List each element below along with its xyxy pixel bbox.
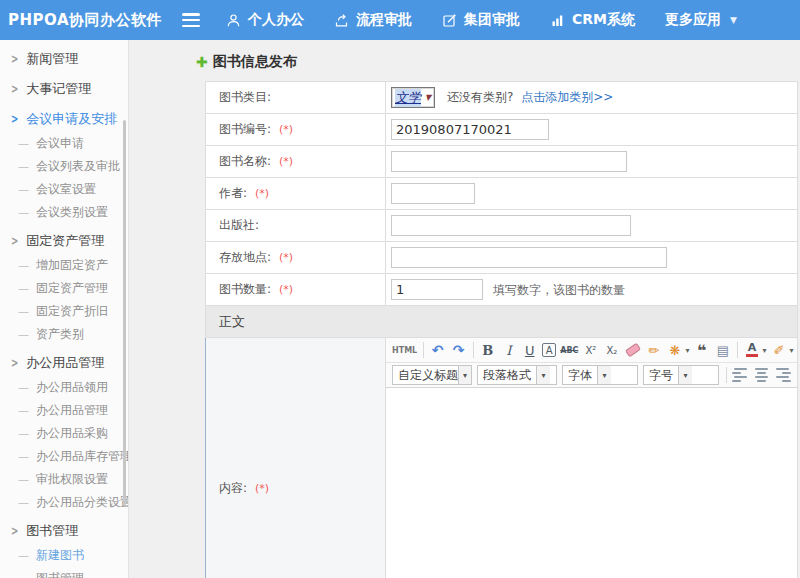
book-number-input[interactable] <box>391 119 549 140</box>
nav-personal-office[interactable]: 个人办公 <box>226 11 304 29</box>
char-border-icon[interactable]: A <box>542 343 556 357</box>
bold-icon[interactable]: B <box>479 341 496 359</box>
dash-icon: — <box>18 160 29 173</box>
sidebar-item-asset-category[interactable]: —资产类别 <box>0 323 128 346</box>
book-form: 图书类目: 文学 ▼ 还没有类别? 点击添加类别>> 图书编号: (*) 图书名… <box>205 81 798 578</box>
align-left-icon[interactable] <box>732 366 749 384</box>
add-category-link[interactable]: 点击添加类别>> <box>521 90 613 104</box>
nav-group-approval[interactable]: 集团审批 <box>442 11 520 29</box>
italic-icon[interactable]: I <box>500 341 517 359</box>
editor-content-area[interactable] <box>386 388 797 578</box>
hamburger-icon[interactable] <box>182 13 200 27</box>
source-code-button[interactable]: HTML <box>392 341 417 359</box>
superscript-icon[interactable]: X² <box>582 341 599 359</box>
redo-icon[interactable]: ↷ <box>450 341 467 359</box>
sidebar-group-fixed-assets[interactable]: >固定资产管理 <box>0 228 128 254</box>
book-name-input[interactable] <box>391 151 627 172</box>
sidebar-item-meeting-room[interactable]: —会议室设置 <box>0 178 128 201</box>
chevron-right-icon: > <box>11 75 18 105</box>
font-size-combo[interactable]: 字号 ▾ <box>643 365 719 385</box>
paragraph-format-combo[interactable]: 段落格式 ▾ <box>477 365 557 385</box>
field-label: 图书编号: <box>219 122 271 136</box>
top-menu: 个人办公 流程审批 集团审批 CRM系统 更 <box>226 11 737 29</box>
chevron-right-icon: > <box>11 105 18 135</box>
highlight-color-icon[interactable]: ✐ <box>770 341 787 359</box>
nav-more-apps[interactable]: 更多应用 ▼ <box>665 11 737 29</box>
sidebar-group-memorabilia[interactable]: >大事记管理 <box>0 76 128 102</box>
page-title: ✚ 图书信息发布 <box>196 51 800 73</box>
dash-icon: — <box>18 328 29 341</box>
sidebar-group-books[interactable]: >图书管理 <box>0 518 128 544</box>
author-input[interactable] <box>391 183 475 204</box>
align-justify-icon[interactable] <box>795 366 797 384</box>
strikethrough-icon[interactable]: ABC <box>560 341 578 359</box>
sidebar-item-book-manage[interactable]: —图书管理 <box>0 567 128 578</box>
sidebar-scrollbar[interactable] <box>123 120 126 505</box>
chevron-right-icon: > <box>11 349 18 379</box>
person-icon <box>226 13 241 28</box>
quantity-input[interactable] <box>391 279 483 300</box>
required-mark: (*) <box>255 482 269 495</box>
sidebar-item-asset-manage[interactable]: —固定资产管理 <box>0 277 128 300</box>
sidebar-item-supplies-inventory[interactable]: —办公用品库存管理 <box>0 445 128 468</box>
publisher-input[interactable] <box>391 215 631 236</box>
sidebar-item-asset-depreciation[interactable]: —固定资产折旧 <box>0 300 128 323</box>
underline-icon[interactable]: U <box>521 341 538 359</box>
chevron-right-icon: > <box>11 517 18 547</box>
quantity-hint: 填写数字，该图书的数量 <box>493 283 625 297</box>
format-brush-icon[interactable]: ✏ <box>645 341 662 359</box>
chevron-right-icon: > <box>11 45 18 75</box>
align-right-icon[interactable] <box>774 366 791 384</box>
caret-down-icon[interactable]: ▾ <box>685 346 689 355</box>
sidebar-item-add-asset[interactable]: —增加固定资产 <box>0 254 128 277</box>
sidebar-item-supplies-manage[interactable]: —办公用品管理 <box>0 399 128 422</box>
autotypeset-icon[interactable]: ❋ <box>666 341 683 359</box>
blockquote-icon[interactable]: ❝ <box>693 341 710 359</box>
app-logo[interactable]: PHPOA协同办公软件 <box>0 11 168 30</box>
font-color-icon[interactable]: A <box>743 341 760 359</box>
subscript-icon[interactable]: X₂ <box>603 341 620 359</box>
row-publisher: 出版社: <box>206 210 798 242</box>
row-content: 内容: (*) HTML ↶ ↷ B I U A ABC <box>206 338 798 578</box>
sidebar-item-new-book[interactable]: —新建图书 <box>0 544 128 567</box>
caret-down-icon: ▾ <box>678 366 692 384</box>
custom-title-combo[interactable]: 自定义标题 ▾ <box>392 365 472 385</box>
book-category-select[interactable]: 文学 ▼ <box>391 87 435 108</box>
sidebar-item-supplies-claim[interactable]: —办公用品领用 <box>0 376 128 399</box>
undo-icon[interactable]: ↶ <box>429 341 446 359</box>
row-book-name: 图书名称: (*) <box>206 146 798 178</box>
sidebar-group-news[interactable]: >新闻管理 <box>0 46 128 72</box>
caret-down-icon[interactable]: ▾ <box>762 346 766 355</box>
toolbar-separator <box>423 342 424 358</box>
font-family-combo[interactable]: 字体 ▾ <box>562 365 638 385</box>
sidebar-group-meeting[interactable]: >会议申请及安排 <box>0 106 128 132</box>
bar-chart-icon <box>550 13 565 28</box>
location-input[interactable] <box>391 247 667 268</box>
required-mark: (*) <box>279 123 293 136</box>
rich-text-editor: HTML ↶ ↷ B I U A ABC X² X₂ ✏ <box>386 338 797 578</box>
chevron-right-icon: > <box>11 227 18 257</box>
sidebar-item-approval-permission[interactable]: —审批权限设置 <box>0 468 128 491</box>
paste-icon[interactable]: ▤ <box>714 341 731 359</box>
nav-crm-system[interactable]: CRM系统 <box>550 11 635 29</box>
dash-icon: — <box>18 259 29 272</box>
field-label: 图书数量: <box>219 282 271 296</box>
nav-workflow-approval[interactable]: 流程审批 <box>334 11 412 29</box>
sidebar-item-meeting-list[interactable]: —会议列表及审批 <box>0 155 128 178</box>
sidebar-item-meeting-apply[interactable]: —会议申请 <box>0 132 128 155</box>
caret-down-icon[interactable]: ▾ <box>789 346 793 355</box>
row-category: 图书类目: 文学 ▼ 还没有类别? 点击添加类别>> <box>206 82 798 114</box>
edit-square-icon <box>442 13 457 28</box>
dash-icon: — <box>18 427 29 440</box>
dash-icon: — <box>18 282 29 295</box>
row-book-number: 图书编号: (*) <box>206 114 798 146</box>
sidebar-item-meeting-category[interactable]: —会议类别设置 <box>0 201 128 224</box>
sidebar-item-supplies-category[interactable]: —办公用品分类设置 <box>0 491 128 514</box>
caret-down-icon: ▾ <box>597 366 611 384</box>
align-center-icon[interactable] <box>753 366 770 384</box>
sidebar-group-office-supplies[interactable]: >办公用品管理 <box>0 350 128 376</box>
row-author: 作者: (*) <box>206 178 798 210</box>
row-quantity: 图书数量: (*) 填写数字，该图书的数量 <box>206 274 798 306</box>
eraser-icon[interactable] <box>624 341 641 359</box>
sidebar-item-supplies-purchase[interactable]: —办公用品采购 <box>0 422 128 445</box>
